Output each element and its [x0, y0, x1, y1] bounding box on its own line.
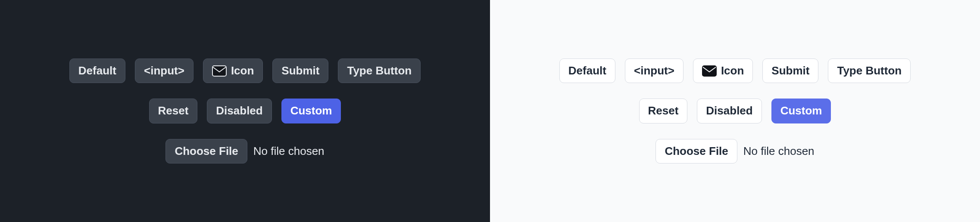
- dark-theme-panel: Default <input> Icon Submit Type Button …: [0, 0, 490, 222]
- type-button[interactable]: Type Button: [828, 59, 911, 83]
- custom-button[interactable]: Custom: [281, 99, 341, 123]
- icon-button-label: Icon: [721, 64, 744, 77]
- file-input-row: Choose File No file chosen: [655, 139, 814, 163]
- choose-file-button[interactable]: Choose File: [165, 139, 247, 163]
- submit-button[interactable]: Submit: [762, 59, 818, 83]
- custom-button[interactable]: Custom: [771, 99, 831, 123]
- light-theme-panel: Default <input> Icon Submit Type Button …: [490, 0, 980, 222]
- reset-button[interactable]: Reset: [639, 99, 688, 123]
- input-button[interactable]: <input>: [625, 59, 684, 83]
- default-button[interactable]: Default: [69, 59, 125, 83]
- icon-button[interactable]: Icon: [693, 59, 753, 83]
- input-button[interactable]: <input>: [135, 59, 194, 83]
- file-status-text: No file chosen: [253, 145, 325, 158]
- envelope-icon: [212, 65, 227, 77]
- svg-rect-0: [212, 66, 226, 76]
- reset-button[interactable]: Reset: [149, 99, 198, 123]
- file-input-row: Choose File No file chosen: [165, 139, 324, 163]
- disabled-button[interactable]: Disabled: [207, 99, 272, 123]
- icon-button-label: Icon: [231, 64, 254, 77]
- button-row-1: Default <input> Icon Submit Type Button: [69, 59, 421, 83]
- choose-file-button[interactable]: Choose File: [655, 139, 737, 163]
- button-row-2: Reset Disabled Custom: [149, 99, 341, 123]
- envelope-icon: [702, 65, 717, 77]
- icon-button[interactable]: Icon: [203, 59, 263, 83]
- default-button[interactable]: Default: [559, 59, 615, 83]
- file-status-text: No file chosen: [743, 145, 815, 158]
- button-row-1: Default <input> Icon Submit Type Button: [559, 59, 911, 83]
- submit-button[interactable]: Submit: [272, 59, 328, 83]
- disabled-button[interactable]: Disabled: [697, 99, 762, 123]
- type-button[interactable]: Type Button: [338, 59, 421, 83]
- button-row-2: Reset Disabled Custom: [639, 99, 831, 123]
- svg-rect-1: [702, 66, 716, 76]
